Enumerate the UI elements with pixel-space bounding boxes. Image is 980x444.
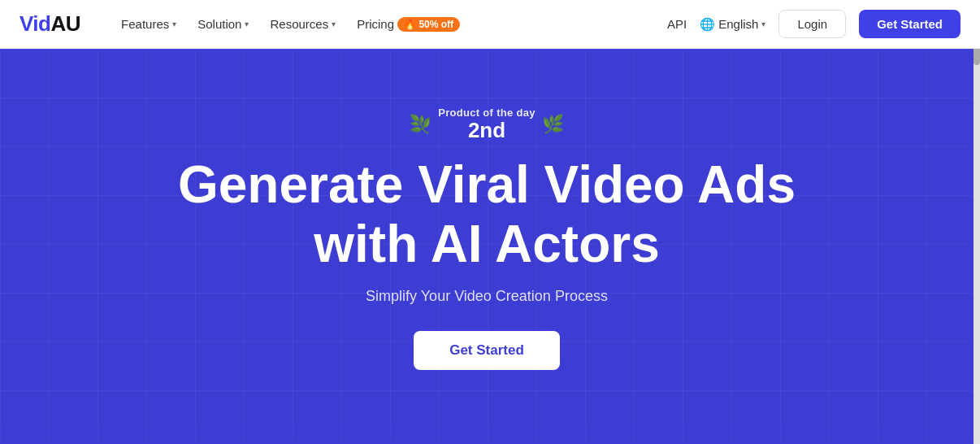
- login-button[interactable]: Login: [778, 10, 846, 38]
- chevron-down-icon: ▾: [332, 20, 336, 28]
- scrollbar[interactable]: [973, 0, 980, 444]
- product-rank: 2nd: [438, 119, 536, 142]
- nav-item-features[interactable]: Features ▾: [113, 12, 184, 36]
- chevron-down-icon: ▾: [761, 20, 765, 28]
- nav-item-pricing[interactable]: Pricing 🔥 50% off: [349, 12, 468, 37]
- logo[interactable]: VidAU: [20, 11, 80, 37]
- navbar: VidAU Features ▾ Solution ▾ Resources ▾ …: [0, 0, 980, 49]
- laurel-right-icon: 🌿: [542, 114, 564, 135]
- get-started-nav-button[interactable]: Get Started: [859, 10, 960, 38]
- hero-subtitle: Simplify Your Video Creation Process: [366, 288, 608, 305]
- logo-part1: Vid: [20, 11, 50, 36]
- nav-item-solution[interactable]: Solution ▾: [189, 12, 257, 36]
- chevron-down-icon: ▾: [172, 20, 176, 28]
- chevron-down-icon: ▾: [245, 20, 249, 28]
- hero-cta-button[interactable]: Get Started: [414, 331, 560, 370]
- logo-part2: AU: [50, 11, 80, 36]
- nav-item-api[interactable]: API: [667, 17, 687, 31]
- nav-item-resources[interactable]: Resources ▾: [262, 12, 344, 36]
- nav-links: Features ▾ Solution ▾ Resources ▾ Pricin…: [113, 12, 667, 37]
- language-selector[interactable]: 🌐 English ▾: [700, 17, 765, 32]
- hero-content: 🌿 Product of the day 2nd 🌿 Generate Vira…: [178, 107, 796, 370]
- hero-title: Generate Viral Video Ads with AI Actors: [178, 155, 796, 275]
- discount-badge: 🔥 50% off: [397, 17, 460, 32]
- hero-title-line1: Generate Viral Video Ads: [178, 155, 796, 214]
- product-of-day-label: Product of the day: [438, 107, 536, 119]
- hero-section: 🌿 Product of the day 2nd 🌿 Generate Vira…: [0, 49, 973, 444]
- globe-icon: 🌐: [700, 17, 715, 32]
- product-badge: 🌿 Product of the day 2nd 🌿: [410, 107, 564, 142]
- nav-right: API 🌐 English ▾ Login Get Started: [667, 10, 960, 38]
- laurel-left-icon: 🌿: [410, 114, 431, 135]
- hero-title-line2: with AI Actors: [314, 215, 660, 273]
- bottom-strip: [0, 424, 973, 444]
